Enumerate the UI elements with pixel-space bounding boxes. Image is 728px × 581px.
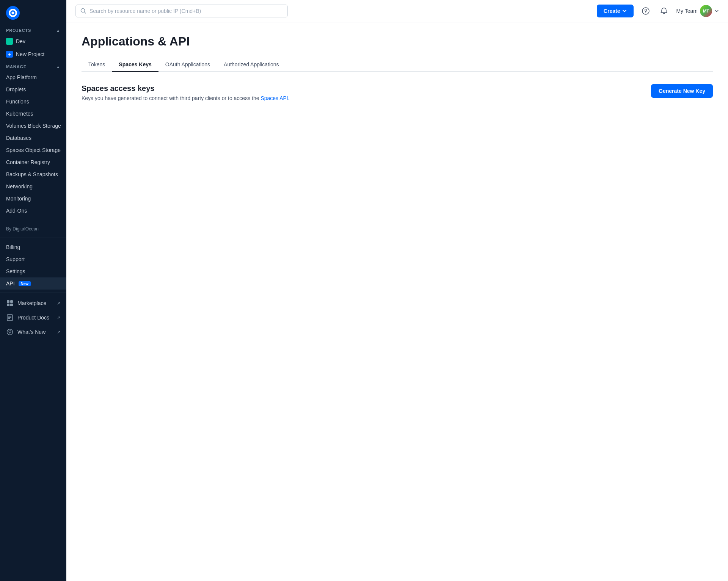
- bell-icon: [660, 7, 668, 15]
- product-docs-external-icon: ↗: [57, 315, 60, 320]
- svg-rect-2: [7, 300, 9, 303]
- svg-rect-3: [10, 300, 13, 303]
- generate-new-key-button[interactable]: Generate New Key: [651, 84, 713, 98]
- svg-rect-4: [7, 304, 9, 306]
- sidebar-divider-1: [0, 220, 66, 220]
- tab-oauth-applications[interactable]: OAuth Applications: [158, 58, 217, 72]
- sidebar-by-digitalocean: By DigitalOcean: [0, 223, 66, 235]
- digitalocean-logo-icon: [6, 6, 20, 20]
- svg-point-1: [11, 11, 14, 14]
- projects-section-header: PROJECTS ▲: [0, 24, 66, 35]
- svg-line-13: [85, 12, 86, 14]
- create-button[interactable]: Create: [597, 5, 634, 17]
- sidebar-item-settings[interactable]: Settings: [0, 265, 66, 277]
- whats-new-external-icon: ↗: [57, 330, 60, 335]
- sidebar-divider-2: [0, 238, 66, 238]
- svg-point-15: [646, 12, 646, 13]
- spaces-keys-title: Spaces access keys: [82, 84, 290, 93]
- help-button[interactable]: [640, 5, 652, 17]
- sidebar-item-monitoring[interactable]: Monitoring: [0, 193, 66, 205]
- manage-chevron-icon: ▲: [56, 65, 60, 69]
- spaces-keys-info: Spaces access keys Keys you have generat…: [82, 84, 290, 101]
- page-title: Applications & API: [82, 34, 713, 49]
- sidebar-item-whats-new[interactable]: What's New ↗: [0, 325, 66, 339]
- sidebar-item-container-registry[interactable]: Container Registry: [0, 156, 66, 168]
- search-box[interactable]: Search by resource name or public IP (Cm…: [75, 5, 288, 17]
- help-icon: [642, 7, 650, 15]
- sidebar-item-networking[interactable]: Networking: [0, 180, 66, 193]
- sidebar-item-api[interactable]: API New: [0, 277, 66, 290]
- topbar: Search by resource name or public IP (Cm…: [66, 0, 728, 22]
- sidebar-item-backups[interactable]: Backups & Snapshots: [0, 168, 66, 180]
- search-icon: [80, 8, 86, 14]
- api-new-badge: New: [19, 281, 31, 286]
- tabs-bar: Tokens Spaces Keys OAuth Applications Au…: [82, 58, 713, 72]
- sidebar-item-addons[interactable]: Add-Ons: [0, 205, 66, 217]
- marketplace-external-icon: ↗: [57, 301, 60, 306]
- create-chevron-icon: [622, 9, 627, 13]
- sidebar-item-functions[interactable]: Functions: [0, 96, 66, 108]
- team-dropdown[interactable]: My Team MT: [676, 5, 719, 17]
- sidebar-divider-3: [0, 293, 66, 293]
- svg-point-11: [9, 333, 10, 334]
- product-docs-icon: [6, 314, 14, 321]
- avatar: MT: [700, 5, 712, 17]
- tab-authorized-applications[interactable]: Authorized Applications: [217, 58, 286, 72]
- team-chevron-icon: [714, 9, 719, 13]
- main-area: Search by resource name or public IP (Cm…: [66, 0, 728, 581]
- notifications-button[interactable]: [658, 5, 670, 17]
- sidebar-item-databases[interactable]: Databases: [0, 132, 66, 144]
- content-area: Applications & API Tokens Spaces Keys OA…: [66, 22, 728, 581]
- svg-point-14: [642, 8, 649, 14]
- tab-tokens[interactable]: Tokens: [82, 58, 112, 72]
- sidebar-item-kubernetes[interactable]: Kubernetes: [0, 108, 66, 120]
- spaces-keys-section: Spaces access keys Keys you have generat…: [82, 84, 713, 101]
- sidebar-item-volumes[interactable]: Volumes Block Storage: [0, 120, 66, 132]
- search-placeholder: Search by resource name or public IP (Cm…: [89, 8, 201, 14]
- sidebar-logo: [0, 0, 66, 24]
- sidebar-item-dev[interactable]: Dev: [0, 35, 66, 48]
- tab-spaces-keys[interactable]: Spaces Keys: [112, 58, 158, 72]
- marketplace-icon: [6, 299, 14, 307]
- sidebar: PROJECTS ▲ Dev + New Project MANAGE ▲ Ap…: [0, 0, 66, 581]
- dev-icon: [6, 38, 13, 45]
- sidebar-item-billing[interactable]: Billing: [0, 241, 66, 253]
- projects-chevron-icon: ▲: [56, 28, 60, 33]
- spaces-keys-description: Keys you have generated to connect with …: [82, 95, 290, 101]
- team-name: My Team: [676, 8, 698, 14]
- manage-section-header: MANAGE ▲: [0, 61, 66, 71]
- spaces-api-link[interactable]: Spaces API.: [260, 95, 289, 101]
- sidebar-item-support[interactable]: Support: [0, 253, 66, 265]
- sidebar-item-new-project[interactable]: + New Project: [0, 48, 66, 61]
- sidebar-item-app-platform[interactable]: App Platform: [0, 71, 66, 83]
- sidebar-item-spaces[interactable]: Spaces Object Storage: [0, 144, 66, 156]
- sidebar-item-marketplace[interactable]: Marketplace ↗: [0, 296, 66, 310]
- whats-new-icon: [6, 328, 14, 336]
- new-project-icon: +: [6, 51, 13, 58]
- svg-rect-5: [10, 304, 13, 306]
- sidebar-item-product-docs[interactable]: Product Docs ↗: [0, 310, 66, 325]
- topbar-right: Create My Team: [597, 5, 719, 17]
- sidebar-item-droplets[interactable]: Droplets: [0, 83, 66, 96]
